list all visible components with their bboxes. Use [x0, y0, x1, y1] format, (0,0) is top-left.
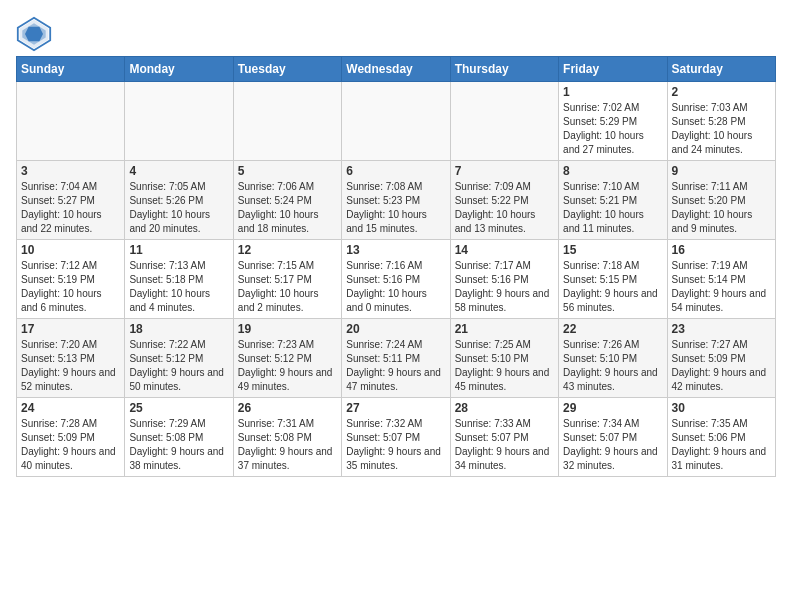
day-info-line: Sunset: 5:22 PM: [455, 194, 554, 208]
calendar-cell: 7Sunrise: 7:09 AMSunset: 5:22 PMDaylight…: [450, 161, 558, 240]
day-info-line: Sunset: 5:10 PM: [455, 352, 554, 366]
calendar-cell: 18Sunrise: 7:22 AMSunset: 5:12 PMDayligh…: [125, 319, 233, 398]
day-number: 6: [346, 164, 445, 178]
day-number: 28: [455, 401, 554, 415]
day-info-line: Daylight: 9 hours and 31 minutes.: [672, 445, 771, 473]
calendar-cell: 19Sunrise: 7:23 AMSunset: 5:12 PMDayligh…: [233, 319, 341, 398]
calendar-cell: 6Sunrise: 7:08 AMSunset: 5:23 PMDaylight…: [342, 161, 450, 240]
calendar-cell: 21Sunrise: 7:25 AMSunset: 5:10 PMDayligh…: [450, 319, 558, 398]
day-info-line: Daylight: 9 hours and 34 minutes.: [455, 445, 554, 473]
day-info-line: Daylight: 9 hours and 56 minutes.: [563, 287, 662, 315]
calendar-cell: 23Sunrise: 7:27 AMSunset: 5:09 PMDayligh…: [667, 319, 775, 398]
weekday-sunday: Sunday: [17, 57, 125, 82]
day-info: Sunrise: 7:24 AMSunset: 5:11 PMDaylight:…: [346, 338, 445, 394]
weekday-wednesday: Wednesday: [342, 57, 450, 82]
day-number: 4: [129, 164, 228, 178]
day-number: 24: [21, 401, 120, 415]
page-header: [16, 16, 776, 52]
day-info-line: Daylight: 9 hours and 38 minutes.: [129, 445, 228, 473]
day-info-line: Sunrise: 7:29 AM: [129, 417, 228, 431]
day-info-line: Sunrise: 7:31 AM: [238, 417, 337, 431]
day-info: Sunrise: 7:12 AMSunset: 5:19 PMDaylight:…: [21, 259, 120, 315]
day-info-line: Sunrise: 7:13 AM: [129, 259, 228, 273]
day-info-line: Sunrise: 7:15 AM: [238, 259, 337, 273]
day-info-line: Sunset: 5:29 PM: [563, 115, 662, 129]
day-number: 5: [238, 164, 337, 178]
logo: [16, 16, 56, 52]
calendar-cell: 26Sunrise: 7:31 AMSunset: 5:08 PMDayligh…: [233, 398, 341, 477]
calendar-cell: 10Sunrise: 7:12 AMSunset: 5:19 PMDayligh…: [17, 240, 125, 319]
svg-marker-3: [25, 27, 43, 41]
day-info: Sunrise: 7:18 AMSunset: 5:15 PMDaylight:…: [563, 259, 662, 315]
day-number: 13: [346, 243, 445, 257]
weekday-saturday: Saturday: [667, 57, 775, 82]
day-info-line: Sunset: 5:15 PM: [563, 273, 662, 287]
day-info-line: Daylight: 9 hours and 43 minutes.: [563, 366, 662, 394]
day-info-line: Sunrise: 7:11 AM: [672, 180, 771, 194]
calendar-cell: 14Sunrise: 7:17 AMSunset: 5:16 PMDayligh…: [450, 240, 558, 319]
day-info: Sunrise: 7:09 AMSunset: 5:22 PMDaylight:…: [455, 180, 554, 236]
weekday-tuesday: Tuesday: [233, 57, 341, 82]
day-info-line: Sunset: 5:17 PM: [238, 273, 337, 287]
calendar-cell: 20Sunrise: 7:24 AMSunset: 5:11 PMDayligh…: [342, 319, 450, 398]
day-info-line: Sunrise: 7:33 AM: [455, 417, 554, 431]
day-number: 12: [238, 243, 337, 257]
day-info-line: Daylight: 9 hours and 58 minutes.: [455, 287, 554, 315]
calendar-cell: 29Sunrise: 7:34 AMSunset: 5:07 PMDayligh…: [559, 398, 667, 477]
day-number: 11: [129, 243, 228, 257]
day-info-line: Daylight: 10 hours and 24 minutes.: [672, 129, 771, 157]
calendar-cell: [342, 82, 450, 161]
day-info-line: Sunset: 5:21 PM: [563, 194, 662, 208]
day-info-line: Sunrise: 7:02 AM: [563, 101, 662, 115]
day-info-line: Daylight: 10 hours and 0 minutes.: [346, 287, 445, 315]
day-number: 1: [563, 85, 662, 99]
calendar-cell: 25Sunrise: 7:29 AMSunset: 5:08 PMDayligh…: [125, 398, 233, 477]
day-info-line: Daylight: 9 hours and 32 minutes.: [563, 445, 662, 473]
day-info: Sunrise: 7:29 AMSunset: 5:08 PMDaylight:…: [129, 417, 228, 473]
day-info-line: Daylight: 9 hours and 49 minutes.: [238, 366, 337, 394]
calendar-cell: [17, 82, 125, 161]
day-info-line: Sunset: 5:11 PM: [346, 352, 445, 366]
day-number: 22: [563, 322, 662, 336]
day-number: 9: [672, 164, 771, 178]
day-info: Sunrise: 7:03 AMSunset: 5:28 PMDaylight:…: [672, 101, 771, 157]
weekday-thursday: Thursday: [450, 57, 558, 82]
day-info-line: Sunrise: 7:04 AM: [21, 180, 120, 194]
day-info-line: Daylight: 9 hours and 40 minutes.: [21, 445, 120, 473]
calendar-cell: 16Sunrise: 7:19 AMSunset: 5:14 PMDayligh…: [667, 240, 775, 319]
day-info-line: Sunset: 5:28 PM: [672, 115, 771, 129]
day-info-line: Sunset: 5:13 PM: [21, 352, 120, 366]
day-info-line: Sunrise: 7:03 AM: [672, 101, 771, 115]
day-number: 30: [672, 401, 771, 415]
day-info-line: Sunrise: 7:24 AM: [346, 338, 445, 352]
day-info-line: Sunrise: 7:20 AM: [21, 338, 120, 352]
day-info-line: Daylight: 9 hours and 47 minutes.: [346, 366, 445, 394]
day-info: Sunrise: 7:26 AMSunset: 5:10 PMDaylight:…: [563, 338, 662, 394]
day-info-line: Sunset: 5:08 PM: [129, 431, 228, 445]
day-info: Sunrise: 7:34 AMSunset: 5:07 PMDaylight:…: [563, 417, 662, 473]
day-info-line: Daylight: 10 hours and 15 minutes.: [346, 208, 445, 236]
day-info-line: Sunrise: 7:12 AM: [21, 259, 120, 273]
day-info-line: Sunrise: 7:09 AM: [455, 180, 554, 194]
day-info-line: Daylight: 10 hours and 6 minutes.: [21, 287, 120, 315]
calendar-week-5: 24Sunrise: 7:28 AMSunset: 5:09 PMDayligh…: [17, 398, 776, 477]
day-info: Sunrise: 7:25 AMSunset: 5:10 PMDaylight:…: [455, 338, 554, 394]
day-info: Sunrise: 7:33 AMSunset: 5:07 PMDaylight:…: [455, 417, 554, 473]
calendar-cell: 4Sunrise: 7:05 AMSunset: 5:26 PMDaylight…: [125, 161, 233, 240]
calendar-cell: 9Sunrise: 7:11 AMSunset: 5:20 PMDaylight…: [667, 161, 775, 240]
calendar-body: 1Sunrise: 7:02 AMSunset: 5:29 PMDaylight…: [17, 82, 776, 477]
day-info: Sunrise: 7:35 AMSunset: 5:06 PMDaylight:…: [672, 417, 771, 473]
day-info: Sunrise: 7:10 AMSunset: 5:21 PMDaylight:…: [563, 180, 662, 236]
day-number: 2: [672, 85, 771, 99]
day-info-line: Daylight: 10 hours and 22 minutes.: [21, 208, 120, 236]
day-info-line: Sunset: 5:20 PM: [672, 194, 771, 208]
day-info-line: Sunset: 5:23 PM: [346, 194, 445, 208]
calendar-week-3: 10Sunrise: 7:12 AMSunset: 5:19 PMDayligh…: [17, 240, 776, 319]
day-number: 23: [672, 322, 771, 336]
calendar-cell: 2Sunrise: 7:03 AMSunset: 5:28 PMDaylight…: [667, 82, 775, 161]
day-info-line: Sunset: 5:12 PM: [129, 352, 228, 366]
day-info: Sunrise: 7:17 AMSunset: 5:16 PMDaylight:…: [455, 259, 554, 315]
day-info-line: Sunrise: 7:19 AM: [672, 259, 771, 273]
calendar-cell: 3Sunrise: 7:04 AMSunset: 5:27 PMDaylight…: [17, 161, 125, 240]
day-number: 14: [455, 243, 554, 257]
